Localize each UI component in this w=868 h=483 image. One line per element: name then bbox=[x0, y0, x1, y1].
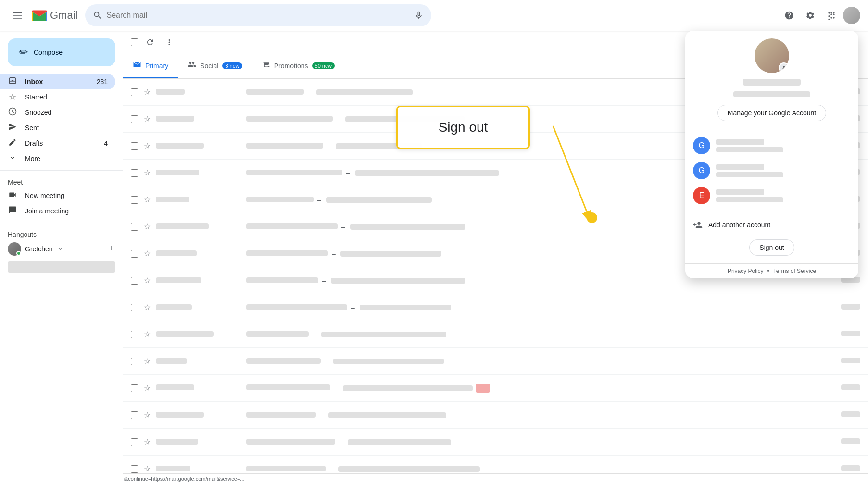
account-item-3[interactable]: E bbox=[685, 183, 858, 208]
inbox-count: 231 bbox=[97, 78, 108, 86]
inbox-label: Inbox bbox=[25, 78, 89, 86]
email-preview: – bbox=[246, 304, 818, 311]
svg-rect-0 bbox=[13, 12, 22, 13]
sidebar-item-snoozed[interactable]: Snoozed bbox=[0, 105, 115, 120]
sidebar-item-inbox[interactable]: Inbox 231 bbox=[0, 74, 115, 89]
email-star-icon[interactable]: ☆ bbox=[142, 141, 152, 151]
account-email bbox=[733, 91, 810, 97]
footer-dot: • bbox=[767, 268, 769, 274]
email-checkbox[interactable] bbox=[131, 277, 138, 285]
email-checkbox[interactable] bbox=[131, 331, 138, 338]
account-list: G G E bbox=[685, 129, 858, 212]
email-star-icon[interactable]: ☆ bbox=[142, 464, 152, 474]
manage-account-button[interactable]: Manage your Google Account bbox=[717, 105, 826, 121]
hangout-item-gretchen[interactable]: Gretchen bbox=[0, 240, 123, 258]
account-avatar-button[interactable] bbox=[843, 7, 860, 24]
email-sender bbox=[156, 411, 242, 419]
account-info-2 bbox=[716, 164, 851, 177]
drafts-label: Drafts bbox=[25, 139, 96, 147]
email-checkbox[interactable] bbox=[131, 438, 138, 446]
email-star-icon[interactable]: ☆ bbox=[142, 114, 152, 124]
sidebar-item-drafts[interactable]: Drafts 4 bbox=[0, 136, 115, 151]
email-star-icon[interactable]: ☆ bbox=[142, 410, 152, 420]
yellow-dot-indicator bbox=[587, 212, 597, 223]
add-hangout-button[interactable] bbox=[108, 244, 115, 254]
email-sender bbox=[156, 115, 242, 123]
tab-primary[interactable]: Primary bbox=[123, 54, 178, 78]
email-star-icon[interactable]: ☆ bbox=[142, 87, 152, 97]
sidebar-item-sent[interactable]: Sent bbox=[0, 120, 115, 136]
email-checkbox[interactable] bbox=[131, 304, 138, 311]
email-star-icon[interactable]: ☆ bbox=[142, 195, 152, 205]
email-star-icon[interactable]: ☆ bbox=[142, 249, 152, 259]
email-row[interactable]: ☆ – bbox=[123, 321, 868, 348]
email-checkbox[interactable] bbox=[131, 223, 138, 231]
email-checkbox[interactable] bbox=[131, 169, 138, 177]
annotation-sign-out-text: Sign out bbox=[439, 120, 488, 135]
terms-link[interactable]: Terms of Service bbox=[773, 268, 816, 274]
sidebar-item-join-meeting[interactable]: Join a meeting bbox=[0, 203, 115, 219]
email-star-icon[interactable]: ☆ bbox=[142, 168, 152, 178]
email-subject bbox=[246, 331, 309, 338]
sidebar-item-new-meeting[interactable]: New meeting bbox=[0, 188, 115, 203]
search-bar[interactable] bbox=[85, 4, 431, 26]
account-avatar-large bbox=[755, 38, 789, 73]
email-checkbox[interactable] bbox=[131, 115, 138, 123]
apps-button[interactable] bbox=[822, 6, 841, 25]
menu-icon-button[interactable] bbox=[8, 6, 27, 25]
account-circle-2: G bbox=[693, 162, 710, 179]
snoozed-icon bbox=[8, 107, 17, 118]
avatar-edit-icon[interactable] bbox=[779, 62, 789, 73]
account-item-2[interactable]: G bbox=[685, 158, 858, 183]
account-item-1[interactable]: G bbox=[685, 133, 858, 158]
email-row[interactable]: ☆ – bbox=[123, 375, 868, 402]
email-checkbox[interactable] bbox=[131, 358, 138, 365]
email-sender bbox=[156, 196, 242, 204]
email-row[interactable]: ☆ – bbox=[123, 429, 868, 456]
email-subject bbox=[246, 304, 347, 311]
sidebar-item-starred[interactable]: ☆ Starred bbox=[0, 89, 115, 105]
sign-out-button-panel[interactable]: Sign out bbox=[749, 239, 794, 256]
email-star-icon[interactable]: ☆ bbox=[142, 222, 152, 232]
email-checkbox[interactable] bbox=[131, 250, 138, 258]
email-star-icon[interactable]: ☆ bbox=[142, 357, 152, 366]
email-subject bbox=[246, 384, 330, 393]
tab-social[interactable]: Social 3 new bbox=[178, 54, 252, 78]
help-button[interactable] bbox=[780, 6, 799, 25]
privacy-policy-link[interactable]: Privacy Policy bbox=[728, 268, 764, 274]
search-input[interactable] bbox=[106, 11, 410, 20]
more-options-button[interactable] bbox=[162, 35, 177, 50]
email-star-icon[interactable]: ☆ bbox=[142, 330, 152, 339]
email-checkbox[interactable] bbox=[131, 142, 138, 150]
email-checkbox[interactable] bbox=[131, 465, 138, 473]
email-checkbox[interactable] bbox=[131, 411, 138, 419]
email-checkbox[interactable] bbox=[131, 384, 138, 392]
email-star-icon[interactable]: ☆ bbox=[142, 303, 152, 312]
primary-tab-label: Primary bbox=[145, 62, 168, 70]
email-row[interactable]: ☆ – bbox=[123, 402, 868, 429]
email-sender bbox=[156, 384, 242, 393]
email-star-icon[interactable]: ☆ bbox=[142, 276, 152, 285]
email-checkbox[interactable] bbox=[131, 196, 138, 204]
email-row[interactable]: ☆ – bbox=[123, 348, 868, 375]
social-tab-icon bbox=[188, 60, 196, 71]
promotions-tab-badge: 50 new bbox=[312, 62, 335, 69]
email-star-icon[interactable]: ☆ bbox=[142, 437, 152, 447]
email-snippet: – bbox=[337, 438, 451, 446]
tab-promotions[interactable]: Promotions 50 new bbox=[252, 54, 344, 78]
compose-button[interactable]: ✏ Compose bbox=[8, 38, 115, 66]
email-content: – bbox=[156, 438, 818, 446]
refresh-button[interactable] bbox=[142, 35, 158, 50]
account-circle-1: G bbox=[693, 137, 710, 154]
mic-icon bbox=[414, 11, 424, 20]
email-star-icon[interactable]: ☆ bbox=[142, 384, 152, 393]
sidebar-item-more[interactable]: More bbox=[0, 151, 115, 166]
email-checkbox[interactable] bbox=[131, 88, 138, 96]
select-all-checkbox[interactable] bbox=[131, 38, 138, 46]
add-account-label: Add another account bbox=[708, 221, 770, 229]
email-row[interactable]: ☆ – bbox=[123, 294, 868, 321]
hangout-status-item bbox=[0, 258, 123, 277]
settings-button[interactable] bbox=[801, 6, 820, 25]
starred-icon: ☆ bbox=[8, 92, 17, 102]
add-account-button[interactable]: Add another account bbox=[693, 216, 851, 234]
